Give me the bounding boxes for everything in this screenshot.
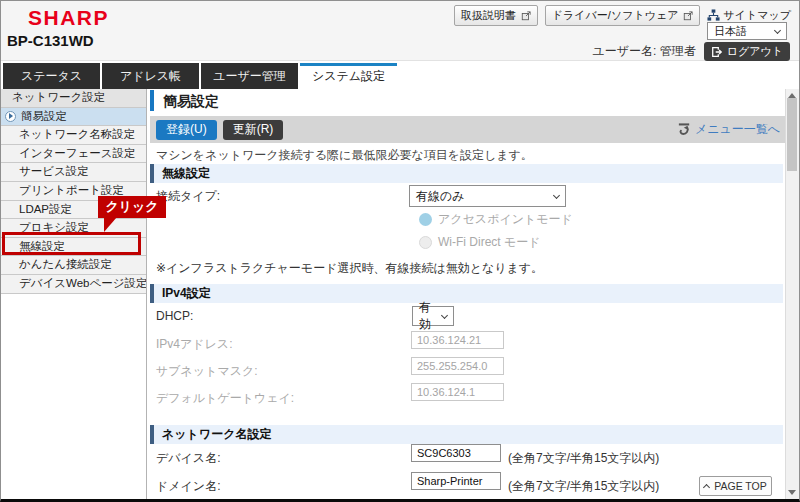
chevron-down-icon <box>553 191 560 198</box>
vertical-scrollbar <box>785 89 799 499</box>
sitemap-link[interactable]: サイトマップ <box>707 8 791 23</box>
section-heading-wireless: 無線設定 <box>150 164 783 183</box>
menu-list-link[interactable]: メニュー一覧へ <box>677 121 780 138</box>
tab-bar: ステータス アドレス帳 ユーザー管理 システム設定 <box>3 63 397 89</box>
scroll-down-arrow-icon[interactable] <box>788 490 796 495</box>
sidebar-item-label: 簡易設定 <box>21 108 67 126</box>
infrastructure-note: ※インフラストラクチャーモード選択時、有線接続は無効となります。 <box>156 260 543 277</box>
subnet-mask-input <box>411 357 504 375</box>
tab-address-book[interactable]: アドレス帳 <box>102 63 199 89</box>
printer-admin-window: SHARP BP-C131WD 取扱説明書 ドライバー/ソフトウェア サイトマッ… <box>0 0 800 502</box>
ipv4-address-input <box>411 331 504 349</box>
radio-selected-icon <box>419 213 432 226</box>
chevron-down-icon <box>441 311 448 318</box>
page-description: マシンをネットワーク接続する際に最低限必要な項目を設定します。 <box>156 147 533 164</box>
section-heading-network-name: ネットワーク名設定 <box>150 425 783 444</box>
main-content: 簡易設定 登録(U) 更新(R) メニュー一覧へ マシンをネットワーク接続する際… <box>148 89 785 499</box>
sharp-logo: SHARP <box>28 6 109 30</box>
tab-system-settings[interactable]: システム設定 <box>300 63 397 89</box>
driver-button-label: ドライバー/ソフトウェア <box>552 8 679 23</box>
wifi-direct-mode-label: Wi-Fi Direct モード <box>438 234 541 251</box>
sidebar: ネットワーク設定 簡易設定 ネットワーク名称設定 インターフェース設定 サービス… <box>1 89 147 499</box>
connection-type-value: 有線のみ <box>416 188 465 205</box>
subnet-mask-label: サブネットマスク: <box>156 363 258 380</box>
access-point-mode-radio: アクセスポイントモード <box>419 211 573 228</box>
current-page-icon <box>5 111 16 122</box>
register-button[interactable]: 登録(U) <box>156 120 217 140</box>
access-point-mode-label: アクセスポイントモード <box>438 211 573 228</box>
sitemap-icon <box>707 9 720 22</box>
language-select[interactable]: 日本語 <box>707 22 787 40</box>
chevron-down-icon <box>774 26 781 33</box>
sidebar-item-interface-settings[interactable]: インターフェース設定 <box>1 145 146 164</box>
update-button[interactable]: 更新(R) <box>223 120 284 140</box>
default-gateway-label: デフォルトゲートウェイ: <box>156 390 294 407</box>
section-heading-ipv4: IPv4設定 <box>150 284 783 303</box>
sitemap-label: サイトマップ <box>723 8 791 23</box>
page-top-button[interactable]: PAGE TOP <box>699 476 772 496</box>
user-row: ユーザー名: 管理者 ログアウト <box>592 42 790 61</box>
logout-icon <box>711 46 723 58</box>
ipv4-address-label: IPv4アドレス: <box>156 336 232 353</box>
chevron-up-icon <box>703 484 710 491</box>
domain-name-input[interactable] <box>411 472 501 490</box>
sidebar-item-service-settings[interactable]: サービス設定 <box>1 163 146 182</box>
page-title: 簡易設定 <box>163 93 219 111</box>
page-top-label: PAGE TOP <box>714 480 767 492</box>
title-accent-bar <box>150 90 154 111</box>
default-gateway-input <box>411 383 504 401</box>
manual-button-label: 取扱説明書 <box>461 8 516 23</box>
click-callout: クリック <box>98 196 166 218</box>
wifi-direct-mode-radio: Wi-Fi Direct モード <box>419 234 541 251</box>
dhcp-value: 有効 <box>419 299 442 333</box>
logout-label: ログアウト <box>727 44 783 59</box>
connection-type-select[interactable]: 有線のみ <box>409 185 566 207</box>
sidebar-item-network-name-settings[interactable]: ネットワーク名称設定 <box>1 126 146 145</box>
external-link-icon <box>521 11 531 21</box>
dhcp-select[interactable]: 有効 <box>412 306 454 326</box>
header: SHARP BP-C131WD 取扱説明書 ドライバー/ソフトウェア サイトマッ… <box>1 1 799 61</box>
sidebar-item-network-settings[interactable]: ネットワーク設定 <box>1 89 146 108</box>
scrollbar-thumb[interactable] <box>787 98 797 171</box>
click-callout-tail <box>104 217 117 232</box>
domain-name-label: ドメイン名: <box>156 478 220 495</box>
highlight-box <box>2 232 141 255</box>
language-value: 日本語 <box>714 24 747 39</box>
user-name-label: ユーザー名: 管理者 <box>592 43 695 60</box>
radio-unselected-icon <box>419 236 432 249</box>
sidebar-item-quick-settings[interactable]: 簡易設定 <box>1 108 146 127</box>
tab-user-management[interactable]: ユーザー管理 <box>201 63 298 89</box>
driver-software-button[interactable]: ドライバー/ソフトウェア <box>545 5 701 26</box>
manual-button[interactable]: 取扱説明書 <box>454 5 538 26</box>
external-link-icon <box>683 11 693 21</box>
toolbar: 登録(U) 更新(R) メニュー一覧へ <box>150 116 785 143</box>
tab-status[interactable]: ステータス <box>3 63 100 89</box>
device-name-label: デバイス名: <box>156 450 220 467</box>
device-name-hint: (全角7文字/半角15文字以内) <box>508 450 659 467</box>
logout-button[interactable]: ログアウト <box>704 42 790 61</box>
dhcp-label: DHCP: <box>156 309 193 323</box>
sidebar-item-device-web-page-settings[interactable]: デバイスWebページ設定 <box>1 275 146 294</box>
model-name: BP-C131WD <box>7 32 94 49</box>
back-to-menu-icon <box>677 122 692 137</box>
domain-name-hint: (全角7文字/半角15文字以内) <box>508 478 659 495</box>
device-name-input[interactable] <box>411 444 501 462</box>
menu-list-label: メニュー一覧へ <box>695 121 780 138</box>
sidebar-item-easy-connect-settings[interactable]: かんたん接続設定 <box>1 256 146 275</box>
